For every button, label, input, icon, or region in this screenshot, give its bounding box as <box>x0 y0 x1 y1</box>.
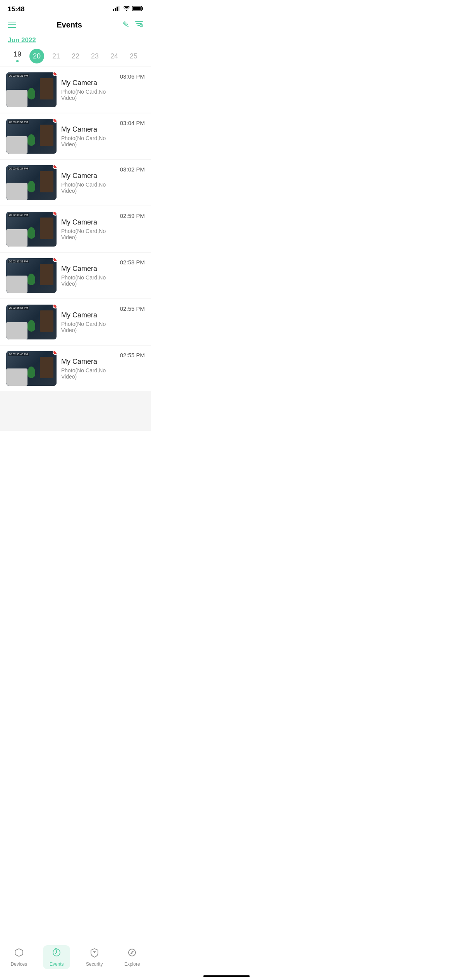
event-thumbnail: 20 03:03:57 PM <box>6 119 57 154</box>
event-time: 02:55 PM <box>120 351 145 358</box>
event-info: My Camera Photo(No Card,No Video) <box>57 311 120 333</box>
event-camera-name: My Camera <box>61 79 115 87</box>
thumbnail-timestamp: 20 02:55:66 PM <box>8 306 29 310</box>
event-item[interactable]: 20 03:05:21 PM My Camera Photo(No Card,N… <box>0 67 151 113</box>
event-camera-name: My Camera <box>61 125 115 134</box>
event-camera-name: My Camera <box>61 172 115 180</box>
thumbnail-timestamp: 20 02:59:48 PM <box>8 213 29 217</box>
event-time: 02:55 PM <box>120 305 145 312</box>
event-item[interactable]: 20 03:03:57 PM My Camera Photo(No Card,N… <box>0 113 151 159</box>
day-25[interactable]: 25 <box>126 52 141 60</box>
event-info: My Camera Photo(No Card,No Video) <box>57 172 120 194</box>
svg-rect-0 <box>113 9 114 11</box>
day-number: 20 <box>29 49 44 63</box>
wifi-icon <box>123 6 130 13</box>
event-item[interactable]: 20 02:55:46 PM My Camera Photo(No Card,N… <box>0 346 151 391</box>
day-23[interactable]: 23 <box>87 52 103 60</box>
status-icons <box>113 6 143 13</box>
event-thumbnail: 20 03:05:21 PM <box>6 72 57 107</box>
page-title: Events <box>57 21 82 29</box>
event-info: My Camera Photo(No Card,No Video) <box>57 125 120 147</box>
event-description: Photo(No Card,No Video) <box>61 274 115 287</box>
day-event-dot <box>16 60 19 62</box>
day-number: 21 <box>52 52 60 60</box>
status-bar: 15:48 <box>0 0 151 16</box>
event-camera-name: My Camera <box>61 218 115 226</box>
day-number: 19 <box>14 50 21 58</box>
header-actions: ✎ <box>122 19 143 30</box>
event-thumbnail: 20 02:55:66 PM <box>6 305 57 339</box>
month-label[interactable]: Jun 2022 <box>8 36 36 44</box>
event-time: 02:58 PM <box>120 258 145 266</box>
svg-rect-7 <box>133 7 141 10</box>
thumbnail-timestamp: 20 02:57:32 PM <box>8 260 29 263</box>
day-number: 25 <box>130 52 137 60</box>
event-info: My Camera Photo(No Card,No Video) <box>57 218 120 240</box>
day-22[interactable]: 22 <box>68 52 83 60</box>
event-description: Photo(No Card,No Video) <box>61 89 115 101</box>
event-item[interactable]: 20 02:59:48 PM My Camera Photo(No Card,N… <box>0 206 151 252</box>
event-thumbnail: 20 02:57:32 PM <box>6 258 57 293</box>
thumbnail-timestamp: 20 03:03:57 PM <box>8 120 29 124</box>
svg-rect-6 <box>142 7 143 10</box>
event-info: My Camera Photo(No Card,No Video) <box>57 265 120 287</box>
svg-rect-1 <box>115 8 116 11</box>
status-time: 15:48 <box>8 5 24 13</box>
event-description: Photo(No Card,No Video) <box>61 182 115 194</box>
svg-rect-3 <box>118 6 120 11</box>
event-list: 20 03:05:21 PM My Camera Photo(No Card,N… <box>0 67 151 431</box>
day-number: 24 <box>110 52 118 60</box>
event-time: 02:59 PM <box>120 212 145 219</box>
event-item[interactable]: 20 03:01:24 PM My Camera Photo(No Card,N… <box>0 160 151 206</box>
day-number: 23 <box>91 52 99 60</box>
day-24[interactable]: 24 <box>106 52 122 60</box>
svg-rect-2 <box>117 7 118 11</box>
event-thumbnail: 20 02:59:48 PM <box>6 212 57 247</box>
event-time: 03:06 PM <box>120 72 145 80</box>
event-description: Photo(No Card,No Video) <box>61 367 115 380</box>
event-thumbnail: 20 02:55:46 PM <box>6 351 57 386</box>
thumbnail-timestamp: 20 03:05:21 PM <box>8 74 29 77</box>
event-thumbnail: 20 03:01:24 PM <box>6 165 57 200</box>
signal-icon <box>113 6 121 13</box>
event-item[interactable]: 20 02:57:32 PM My Camera Photo(No Card,N… <box>0 253 151 298</box>
header: Events ✎ <box>0 16 151 35</box>
event-camera-name: My Camera <box>61 265 115 273</box>
svg-point-4 <box>126 10 127 11</box>
event-description: Photo(No Card,No Video) <box>61 321 115 333</box>
event-description: Photo(No Card,No Video) <box>61 228 115 240</box>
event-time: 03:02 PM <box>120 165 145 173</box>
event-info: My Camera Photo(No Card,No Video) <box>57 358 120 380</box>
thumbnail-timestamp: 20 02:55:46 PM <box>8 353 29 356</box>
event-time: 03:04 PM <box>120 119 145 126</box>
day-number: 22 <box>72 52 79 60</box>
edit-icon[interactable]: ✎ <box>122 20 129 30</box>
day-21[interactable]: 21 <box>48 52 64 60</box>
event-item[interactable]: 20 02:55:66 PM My Camera Photo(No Card,N… <box>0 299 151 345</box>
event-description: Photo(No Card,No Video) <box>61 135 115 147</box>
battery-icon <box>132 6 143 13</box>
date-navigation: Jun 2022 19202122232425 <box>0 35 151 67</box>
event-info: My Camera Photo(No Card,No Video) <box>57 79 120 101</box>
menu-button[interactable] <box>8 22 16 28</box>
event-camera-name: My Camera <box>61 358 115 366</box>
days-row: 19202122232425 <box>8 49 143 67</box>
day-20[interactable]: 20 <box>29 49 45 63</box>
filter-icon[interactable] <box>135 19 143 30</box>
thumbnail-timestamp: 20 03:01:24 PM <box>8 167 29 170</box>
day-19[interactable]: 19 <box>10 50 25 62</box>
event-camera-name: My Camera <box>61 311 115 319</box>
